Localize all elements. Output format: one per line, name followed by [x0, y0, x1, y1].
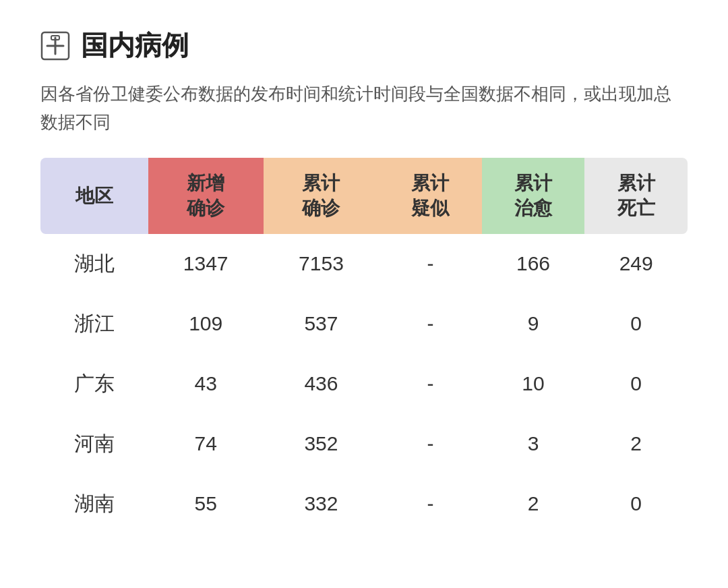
col-header-total-recovered: 累计 治愈: [482, 158, 585, 234]
cell-total-deaths: 0: [584, 354, 688, 414]
cell-total-deaths: 249: [584, 234, 688, 294]
col-header-total-deaths: 累计 死亡: [584, 158, 688, 234]
cell-region: 湖南: [40, 474, 148, 534]
page-header: 国内病例: [40, 27, 688, 64]
cell-new-confirmed: 74: [148, 414, 264, 474]
cell-total-recovered: 3: [482, 414, 585, 474]
table-row: 湖北13477153-166249: [40, 234, 688, 294]
table-header-row: 地区 新增 确诊 累计 确诊 累计 疑: [40, 158, 688, 234]
page-title: 国内病例: [81, 27, 189, 64]
cell-region: 广东: [40, 354, 148, 414]
cell-total-confirmed: 436: [264, 354, 379, 414]
cell-total-suspected: -: [379, 414, 482, 474]
medical-icon: [40, 31, 70, 61]
table-row: 浙江109537-90: [40, 294, 688, 354]
col-header-region: 地区: [40, 158, 148, 234]
cell-total-confirmed: 352: [264, 414, 379, 474]
cell-new-confirmed: 55: [148, 474, 264, 534]
cell-total-recovered: 10: [482, 354, 585, 414]
cases-table: 地区 新增 确诊 累计 确诊 累计 疑: [40, 158, 688, 534]
subtitle-text: 因各省份卫健委公布数据的发布时间和统计时间段与全国数据不相同，或出现加总数据不同: [40, 80, 688, 136]
cell-total-recovered: 2: [482, 474, 585, 534]
cell-region: 浙江: [40, 294, 148, 354]
data-table-container: 地区 新增 确诊 累计 确诊 累计 疑: [40, 158, 688, 534]
cell-total-deaths: 0: [584, 474, 688, 534]
col-header-total-suspected: 累计 疑似: [379, 158, 482, 234]
table-row: 广东43436-100: [40, 354, 688, 414]
cell-total-confirmed: 7153: [264, 234, 379, 294]
table-row: 湖南55332-20: [40, 474, 688, 534]
cell-total-recovered: 9: [482, 294, 585, 354]
cell-total-confirmed: 537: [264, 294, 379, 354]
col-header-total-confirmed: 累计 确诊: [264, 158, 379, 234]
cell-total-confirmed: 332: [264, 474, 379, 534]
cell-total-suspected: -: [379, 354, 482, 414]
cell-new-confirmed: 1347: [148, 234, 264, 294]
cell-total-deaths: 2: [584, 414, 688, 474]
col-header-new-confirmed: 新增 确诊: [148, 158, 264, 234]
cell-total-suspected: -: [379, 294, 482, 354]
cell-region: 河南: [40, 414, 148, 474]
cell-region: 湖北: [40, 234, 148, 294]
cell-total-deaths: 0: [584, 294, 688, 354]
cell-new-confirmed: 43: [148, 354, 264, 414]
cell-new-confirmed: 109: [148, 294, 264, 354]
cell-total-recovered: 166: [482, 234, 585, 294]
cell-total-suspected: -: [379, 234, 482, 294]
table-row: 河南74352-32: [40, 414, 688, 474]
cell-total-suspected: -: [379, 474, 482, 534]
